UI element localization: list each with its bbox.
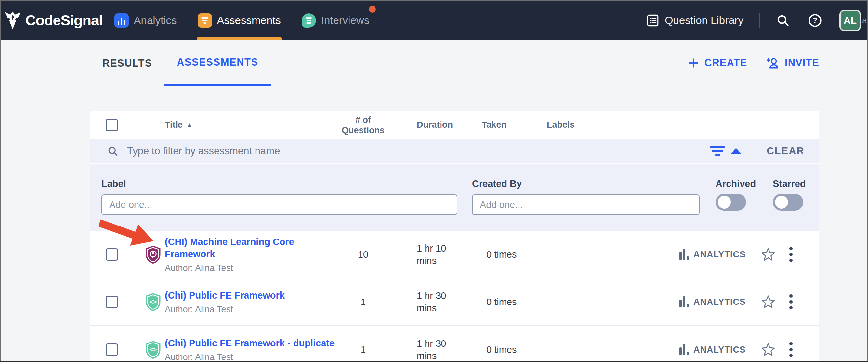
filter-search-icon <box>107 145 119 157</box>
header-actions: CREATE INVITE <box>688 40 819 86</box>
question-library-button[interactable]: Question Library <box>646 14 743 27</box>
question-library-label: Question Library <box>665 14 743 27</box>
star-button[interactable] <box>761 247 776 262</box>
column-header-duration: Duration <box>389 120 482 130</box>
interviews-icon <box>302 13 316 28</box>
table-row: <> (Chi) Public FE Framework Author: Ali… <box>90 278 819 326</box>
analytics-icon <box>115 13 129 28</box>
analytics-button[interactable]: ANALYTICS <box>679 344 746 355</box>
questions-count: 10 <box>337 249 389 260</box>
analytics-label: ANALYTICS <box>693 297 746 307</box>
row-menu-button[interactable] <box>788 341 794 358</box>
column-header-questions: # of Questions <box>337 115 389 135</box>
row-menu-button[interactable] <box>788 246 794 263</box>
assessment-title-link[interactable]: (Chi) Public FE Framework - duplicate <box>165 337 337 349</box>
notification-dot <box>369 6 376 13</box>
star-icon <box>761 294 776 309</box>
table-row: <> (Chi) Public FE Framework - duplicate… <box>90 326 819 362</box>
questions-count: 1 <box>337 297 389 307</box>
filter-panel: Label Created By Archived Starred <box>90 164 819 231</box>
taken-value: 0 times <box>482 344 547 355</box>
analytics-button[interactable]: ANALYTICS <box>679 249 746 260</box>
starred-toggle[interactable] <box>773 194 803 210</box>
duration-value: 1 hr 30 mins <box>417 337 452 362</box>
table-row: (CHI) Machine Learning Core Framework Au… <box>90 231 819 278</box>
star-button[interactable] <box>761 342 776 357</box>
star-icon <box>761 247 776 262</box>
column-header-taken: Taken <box>482 120 547 130</box>
nav-item-interviews[interactable]: Interviews <box>302 1 370 40</box>
star-button[interactable] <box>761 294 776 309</box>
clipped-edge-text: a <box>862 15 866 26</box>
filter-search-row: CLEAR <box>90 139 819 164</box>
assessment-title-link[interactable]: (CHI) Machine Learning Core Framework <box>165 236 337 260</box>
label-filter-input[interactable] <box>101 194 457 215</box>
row-checkbox[interactable] <box>106 248 118 261</box>
nav-item-assessments[interactable]: Assessments <box>198 1 281 40</box>
brand[interactable]: CodeSignal <box>4 11 103 30</box>
analytics-button[interactable]: ANALYTICS <box>679 296 746 307</box>
svg-text:?: ? <box>813 16 817 25</box>
help-button[interactable]: ? <box>808 13 823 28</box>
row-checkbox[interactable] <box>106 296 118 308</box>
primary-nav: Analytics Assessments Interviews <box>115 1 370 40</box>
brand-name: CodeSignal <box>25 12 103 29</box>
table-header-row: Title ▲ # of Questions Duration Taken La… <box>90 111 819 139</box>
row-checkbox[interactable] <box>106 343 118 356</box>
label-filter-heading: Label <box>101 178 457 189</box>
taken-value: 0 times <box>482 297 547 307</box>
assessments-table: Title ▲ # of Questions Duration Taken La… <box>90 111 819 362</box>
archived-filter-heading: Archived <box>716 178 756 189</box>
tab-assessments[interactable]: ASSESSMENTS <box>164 40 271 87</box>
nav-item-label: Interviews <box>321 14 370 27</box>
assessment-author: Author: Alina Test <box>165 263 337 273</box>
codesignal-assessments-page: { "navbar": { "brand": "CodeSignal", "na… <box>0 0 868 362</box>
assessment-filter-input[interactable] <box>127 145 710 157</box>
navbar-divider <box>759 13 760 28</box>
created-by-filter-heading: Created By <box>472 178 700 189</box>
top-navbar: CodeSignal Analytics Assessments Intervi… <box>1 1 867 40</box>
code-shield-icon: <> <box>144 292 162 311</box>
duration-value: 1 hr 10 mins <box>417 242 452 267</box>
filter-funnel-icon <box>710 146 725 156</box>
help-icon: ? <box>808 13 823 28</box>
person-plus-icon <box>766 57 780 70</box>
codesignal-logo-icon <box>4 11 22 30</box>
analytics-bars-icon <box>679 296 689 307</box>
assessments-icon-tab <box>195 17 200 24</box>
svg-text:<>: <> <box>150 298 157 305</box>
created-by-filter-input[interactable] <box>472 194 700 215</box>
assessment-author: Author: Alina Test <box>165 352 337 362</box>
active-nav-underline <box>197 37 282 40</box>
create-label: CREATE <box>705 57 747 69</box>
search-icon <box>776 13 790 28</box>
assessment-author: Author: Alina Test <box>165 304 337 315</box>
clear-filters-button[interactable]: CLEAR <box>767 145 805 157</box>
create-button[interactable]: CREATE <box>688 57 747 69</box>
avatar[interactable]: AL <box>839 10 861 31</box>
svg-text:<>: <> <box>150 346 157 353</box>
assessments-icon <box>198 13 212 28</box>
collapse-filters-icon <box>731 148 741 154</box>
taken-value: 0 times <box>482 249 547 260</box>
search-button[interactable] <box>776 13 790 28</box>
nav-item-analytics[interactable]: Analytics <box>115 1 177 40</box>
assessment-title-link[interactable]: (Chi) Public FE Framework <box>165 289 337 302</box>
tab-results[interactable]: RESULTS <box>90 40 164 87</box>
invite-label: INVITE <box>785 57 819 69</box>
invite-button[interactable]: INVITE <box>766 57 819 70</box>
select-all-checkbox[interactable] <box>106 119 118 131</box>
page-tabs: RESULTS ASSESSMENTS CREATE INVITE <box>90 40 819 87</box>
analytics-bars-icon <box>679 249 689 260</box>
row-menu-button[interactable] <box>788 293 794 311</box>
questions-count: 1 <box>337 344 389 355</box>
question-library-icon <box>646 14 660 27</box>
analytics-bars-icon <box>679 344 689 355</box>
sort-ascending-icon: ▲ <box>187 122 192 128</box>
filter-toggle-button[interactable] <box>710 146 741 156</box>
plus-icon <box>688 57 699 69</box>
nav-item-label: Analytics <box>134 14 177 27</box>
column-header-title[interactable]: Title ▲ <box>165 120 337 130</box>
navbar-right: Question Library ? AL a <box>646 1 866 40</box>
archived-toggle[interactable] <box>716 194 746 210</box>
